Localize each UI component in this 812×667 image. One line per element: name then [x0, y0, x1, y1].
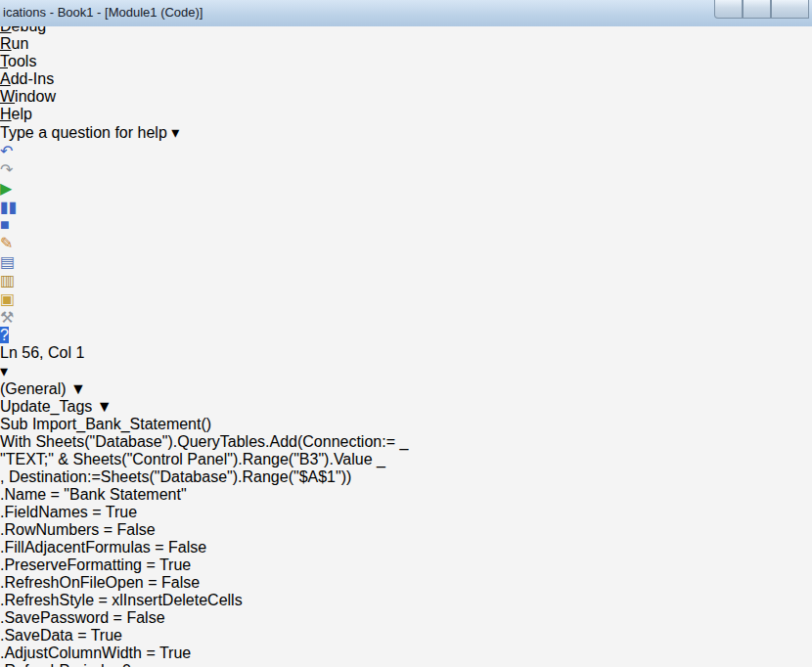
menu-item-help[interactable]: Help: [0, 106, 812, 123]
code-line[interactable]: .AdjustColumnWidth = True: [0, 645, 812, 662]
code-line[interactable]: .RefreshStyle = xlInsertDeleteCells: [0, 592, 812, 609]
chevron-down-icon: ▼: [70, 380, 86, 397]
procedure-dropdown[interactable]: Update_Tags ▼: [0, 398, 812, 416]
code-lines: Sub Import_Bank_Statement() With Sheets(…: [0, 416, 812, 667]
close-button[interactable]: [771, 0, 809, 19]
code-line[interactable]: , Destination:=Sheets("Database").Range(…: [0, 468, 812, 486]
code-line[interactable]: .FillAdjacentFormulas = False: [0, 539, 812, 556]
help-question-box[interactable]: Type a question for help ▾: [0, 123, 812, 142]
title-bar[interactable]: ications - Book1 - [Module1 (Code)]: [0, 0, 812, 26]
code-line[interactable]: .RefreshPeriod = 0: [0, 662, 812, 667]
code-line[interactable]: .SavePassword = False: [0, 609, 812, 627]
standard-toolbar: ↶↷▶▮▮■✎▤▥▣⚒? Ln 56, Col 1 ▾: [0, 142, 812, 380]
procedure-dropdown-value: Update_Tags: [0, 398, 92, 415]
menu-item-window[interactable]: Window: [0, 88, 812, 106]
code-line[interactable]: "TEXT;" & Sheets("Control Panel").Range(…: [0, 451, 812, 468]
minimize-button[interactable]: [714, 0, 743, 19]
code-line[interactable]: .RefreshOnFileOpen = False: [0, 574, 812, 592]
object-dropdown[interactable]: (General) ▼: [0, 380, 812, 398]
window-title: ications - Book1 - [Module1 (Code)]: [3, 5, 203, 20]
chevron-down-icon[interactable]: ▾: [171, 124, 179, 141]
object-dropdown-value: (General): [0, 380, 67, 397]
object-dropdown-button[interactable]: ▼: [70, 380, 86, 397]
code-line[interactable]: .SaveData = True: [0, 627, 812, 645]
design-mode-icon[interactable]: ✎: [0, 234, 812, 252]
vbe-window: ications - Book1 - [Module1 (Code)] Form…: [0, 0, 812, 667]
caption-buttons: [714, 0, 809, 19]
menu-item-run[interactable]: Run: [0, 35, 812, 53]
line-column-indicator: Ln 56, Col 1: [0, 344, 812, 362]
code-line[interactable]: .FieldNames = True: [0, 504, 812, 521]
toolbar-buttons: ↶↷▶▮▮■✎▤▥▣⚒?: [0, 142, 812, 344]
code-line[interactable]: .PreserveFormatting = True: [0, 556, 812, 574]
code-editor[interactable]: Sub Import_Bank_Statement() With Sheets(…: [0, 416, 812, 667]
chevron-down-icon: ▼: [97, 398, 113, 415]
redo-icon: ↷: [0, 160, 812, 179]
menu-item-add-ins[interactable]: Add-Ins: [0, 70, 812, 88]
code-pane-header: (General) ▼ Update_Tags ▼: [0, 380, 812, 416]
toolbox-icon: ⚒: [0, 308, 812, 327]
break-icon[interactable]: ▮▮: [0, 198, 812, 216]
help-question-placeholder: Type a question for help: [0, 124, 167, 141]
procedure-dropdown-button[interactable]: ▼: [97, 398, 113, 415]
project-explorer-icon[interactable]: ▤: [0, 252, 812, 271]
menu-item-tools[interactable]: Tools: [0, 53, 812, 70]
reset-icon[interactable]: ■: [0, 216, 812, 234]
code-line[interactable]: .Name = "Bank Statement": [0, 486, 812, 504]
object-browser-icon[interactable]: ▣: [0, 289, 812, 308]
code-line[interactable]: Sub Import_Bank_Statement(): [0, 416, 812, 433]
maximize-button[interactable]: [743, 0, 771, 19]
properties-window-icon[interactable]: ▥: [0, 271, 812, 289]
toolbar-options-icon[interactable]: ▾: [0, 362, 812, 380]
help-icon[interactable]: ?: [0, 327, 812, 344]
code-line[interactable]: With Sheets("Database").QueryTables.Add(…: [0, 433, 812, 451]
run-icon[interactable]: ▶: [0, 179, 812, 198]
code-line[interactable]: .RowNumbers = False: [0, 521, 812, 539]
undo-icon[interactable]: ↶: [0, 142, 812, 160]
